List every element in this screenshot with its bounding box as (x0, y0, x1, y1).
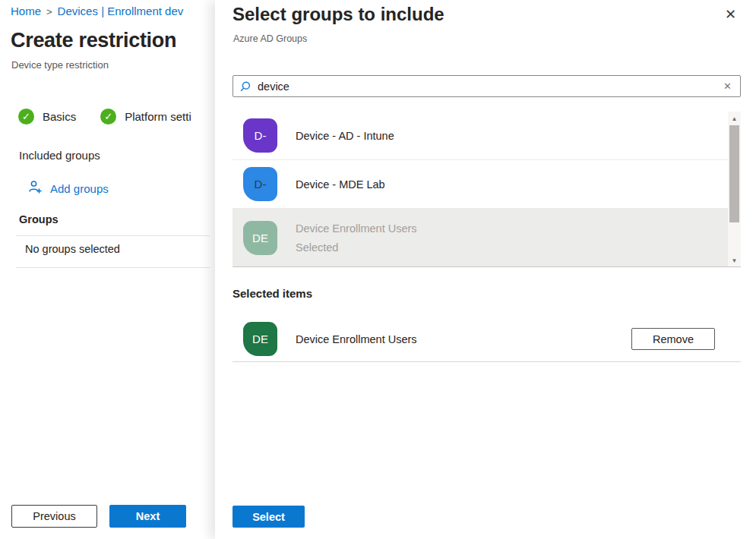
search-input[interactable] (258, 80, 721, 93)
group-avatar: DE (243, 322, 277, 356)
breadcrumb-separator: > (46, 6, 52, 17)
avatar-initials: D- (255, 129, 267, 142)
tab-platform-settings-label: Platform setti (125, 110, 191, 123)
avatar-initials: D- (255, 178, 267, 191)
close-icon[interactable]: ✕ (725, 8, 736, 21)
group-avatar: D- (243, 118, 277, 153)
add-groups-button[interactable]: Add groups (28, 180, 109, 197)
tab-basics-label: Basics (43, 110, 76, 123)
breadcrumb-devices-link[interactable]: Devices | Enrollment dev (58, 5, 184, 17)
scrollbar-thumb[interactable] (729, 125, 739, 222)
page-title: Create restriction (11, 29, 176, 52)
check-circle-icon: ✓ (18, 109, 34, 125)
results-scrollbar[interactable]: ▲ ▼ (728, 112, 741, 267)
divider (16, 267, 210, 268)
group-selected-status: Selected (296, 241, 417, 254)
no-groups-selected-text: No groups selected (25, 243, 120, 255)
group-avatar: D- (243, 167, 277, 201)
selected-item-row: DE Device Enrollment Users Remove (232, 317, 741, 362)
scroll-up-icon[interactable]: ▲ (728, 112, 741, 125)
select-button[interactable]: Select (232, 506, 305, 528)
group-name: Device Enrollment Users (296, 222, 417, 235)
breadcrumb: Home>Devices | Enrollment dev (11, 5, 183, 17)
panel-title: Select groups to include (232, 4, 444, 25)
wizard-footer: Previous Next (11, 505, 186, 528)
group-result-row-selected[interactable]: DE Device Enrollment Users Selected (232, 209, 728, 266)
wizard-steps: ✓ Basics ✓ Platform setti (18, 109, 205, 125)
group-avatar: DE (243, 221, 277, 255)
group-name: Device - AD - Intune (296, 130, 394, 142)
remove-button[interactable]: Remove (631, 328, 715, 350)
avatar-initials: DE (252, 232, 268, 244)
clear-search-icon[interactable]: ✕ (721, 80, 734, 92)
groups-column-header: Groups (19, 213, 59, 225)
selected-group-name: Device Enrollment Users (296, 333, 417, 345)
tab-basics[interactable]: ✓ Basics (18, 109, 76, 125)
next-button[interactable]: Next (109, 505, 186, 528)
page-subtitle: Device type restriction (11, 59, 109, 71)
group-results-list: D- Device - AD - Intune D- Device - MDE … (232, 112, 741, 267)
tab-platform-settings[interactable]: ✓ Platform setti (100, 109, 191, 125)
selected-items-heading: Selected items (232, 287, 312, 300)
group-result-row[interactable]: D- Device - AD - Intune (232, 112, 728, 160)
group-result-row[interactable]: D- Device - MDE Lab (232, 160, 728, 209)
create-restriction-page: Home>Devices | Enrollment dev Create res… (0, 0, 215, 539)
avatar-initials: DE (252, 333, 268, 345)
check-circle-icon: ✓ (100, 109, 116, 125)
group-search-box: ✕ (232, 75, 741, 97)
add-groups-label: Add groups (50, 182, 109, 195)
scroll-down-icon[interactable]: ▼ (728, 254, 741, 266)
group-name: Device - MDE Lab (296, 178, 385, 191)
intune-create-restriction-screen: Home>Devices | Enrollment dev Create res… (0, 0, 756, 539)
divider (16, 235, 210, 236)
included-groups-heading: Included groups (19, 149, 100, 162)
panel-subtitle: Azure AD Groups (233, 33, 307, 44)
search-icon (239, 80, 251, 93)
select-groups-panel: Select groups to include Azure AD Groups… (215, 0, 756, 539)
person-add-icon (28, 180, 43, 197)
previous-button[interactable]: Previous (11, 505, 97, 528)
breadcrumb-home-link[interactable]: Home (11, 5, 41, 17)
